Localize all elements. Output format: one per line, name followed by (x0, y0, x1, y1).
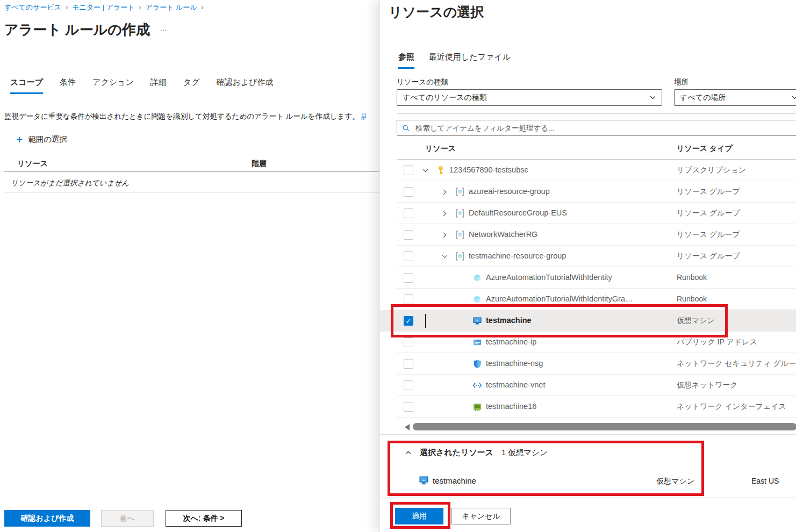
resource-tree-row[interactable]: AzureAutomationTutorialWithIdentityGra…R… (380, 289, 796, 310)
breadcrumb-separator: › (202, 4, 204, 11)
breadcrumb-link[interactable]: モニター | アラート (72, 3, 134, 12)
resource-group-icon (455, 187, 465, 197)
key-icon (436, 166, 446, 175)
resource-tree-row[interactable]: AzureAutomationTutorialWithIdentityRunbo… (380, 267, 796, 289)
wizard-tab[interactable]: 詳細 (150, 77, 167, 94)
resource-tree-row[interactable]: ✓testmachine仮想マシン (380, 310, 796, 332)
breadcrumb-link[interactable]: すべてのサービス (4, 3, 61, 12)
breadcrumb-separator: › (139, 4, 141, 11)
wizard-tab[interactable]: タグ (183, 77, 200, 94)
resource-name: testmachine16 (486, 402, 536, 411)
previous-button[interactable]: 前へ (101, 510, 154, 527)
panel-tab[interactable]: 参照 (398, 52, 414, 69)
selected-resource-type: 仮想マシン (656, 477, 694, 486)
row-checkbox[interactable] (404, 402, 413, 412)
next-condition-button[interactable]: 次へ: 条件 > (166, 510, 242, 527)
row-checkbox[interactable] (404, 294, 413, 304)
resource-group-icon (455, 209, 465, 218)
wizard-tab[interactable]: スコープ (10, 77, 43, 94)
resource-name: NetworkWatcherRG (469, 230, 537, 239)
resource-name: testmachine-resource-group (469, 251, 566, 260)
review-create-button[interactable]: 確認および作成 (4, 510, 90, 527)
runbook-icon (472, 273, 482, 283)
row-checkbox[interactable] (404, 380, 413, 390)
breadcrumb-link[interactable]: アラート ルール (146, 3, 197, 12)
breadcrumb-separator: › (66, 4, 68, 11)
chevron-down-icon (791, 94, 796, 101)
location-dropdown[interactable]: すべての場所 (674, 89, 796, 106)
resource-tree-row[interactable]: 1234567890-testsubscサブスクリプション (380, 160, 796, 181)
row-checkbox[interactable] (404, 187, 413, 197)
vm-icon (472, 316, 482, 326)
resource-tree-row[interactable]: testmachine-vnet仮想ネットワーク (380, 375, 796, 396)
chevron-down-icon[interactable] (422, 167, 429, 174)
wizard-tabs: スコープ条件アクション詳細タグ確認および作成 (10, 77, 290, 94)
learn-more-link[interactable]: 詳細情報 (361, 112, 366, 121)
resource-type-dropdown[interactable]: すべてのリソースの種類 (397, 89, 662, 106)
row-checkbox[interactable]: ✓ (404, 316, 413, 326)
plus-icon: + (16, 135, 23, 145)
wizard-tab[interactable]: アクション (92, 77, 134, 94)
left-table-header-divider (4, 171, 379, 172)
row-checkbox[interactable] (404, 251, 413, 261)
resource-tree-row[interactable]: testmachine16ネットワーク インターフェイス (380, 396, 796, 418)
row-checkbox[interactable] (404, 230, 413, 240)
resource-tree-row[interactable]: DefaultResourceGroup-EUSリソース グループ (380, 203, 796, 224)
filter-divider (397, 113, 796, 114)
row-checkbox[interactable] (404, 359, 413, 369)
chevron-right-icon[interactable] (441, 232, 448, 239)
resource-name: azureai-resource-group (469, 187, 550, 196)
search-box[interactable] (397, 120, 796, 136)
resource-group-icon (455, 251, 465, 261)
resource-tree-row[interactable]: azureai-resource-groupリソース グループ (380, 181, 796, 203)
row-checkbox[interactable] (404, 337, 413, 347)
scrollbar-left-arrow-icon[interactable] (405, 424, 410, 430)
select-scope-button[interactable]: + 範囲の選択 (16, 134, 67, 145)
chevron-right-icon[interactable] (441, 210, 448, 217)
cancel-button[interactable]: キャンセル (451, 508, 511, 524)
resource-tree: 1234567890-testsubscサブスクリプションazureai-res… (380, 160, 796, 418)
row-checkbox[interactable] (404, 273, 413, 283)
panel-column-resource-type: リソース タイプ (677, 144, 733, 154)
breadcrumb: すべてのサービス›モニター | アラート›アラート ルール› (4, 3, 208, 12)
search-input[interactable] (414, 124, 793, 133)
nic-icon (472, 402, 482, 412)
resource-type-value: すべてのリソースの種類 (403, 93, 487, 103)
row-checkbox[interactable] (404, 209, 413, 218)
select-resource-panel: リソースの選択 参照最近使用したファイル リソースの種類 場所 すべてのリソース… (379, 0, 796, 532)
panel-tab[interactable]: 最近使用したファイル (429, 52, 511, 69)
wizard-tab[interactable]: 確認および作成 (217, 77, 274, 94)
resource-tree-row[interactable]: testmachine-ipパブリック IP アドレス (380, 332, 796, 353)
location-label: 場所 (674, 77, 689, 87)
resource-name: testmachine (486, 316, 532, 325)
resource-type: サブスクリプション (677, 166, 746, 175)
panel-tabs: 参照最近使用したファイル (398, 52, 525, 69)
selected-resources-title: 選択されたリソース (420, 448, 493, 458)
selected-resource-name: testmachine (433, 476, 476, 485)
selected-resources-header[interactable]: 選択されたリソース 1 仮想マシン (405, 448, 548, 458)
panel-column-resource: リソース (425, 144, 456, 154)
resource-type: 仮想ネットワーク (677, 380, 738, 390)
chevron-up-icon[interactable] (405, 449, 412, 456)
resource-type: リソース グループ (677, 187, 740, 197)
resource-type: 仮想マシン (677, 316, 715, 326)
scrollbar-divider (380, 434, 796, 435)
panel-title: リソースの選択 (389, 3, 484, 21)
selected-resource-location: East US (751, 477, 779, 485)
azure-portal-page: すべてのサービス›モニター | アラート›アラート ルール› アラート ルールの… (0, 0, 796, 532)
chevron-right-icon[interactable] (441, 189, 448, 196)
title-menu-ellipsis[interactable]: … (160, 24, 168, 32)
selected-resources-count: 1 仮想マシン (501, 448, 548, 458)
apply-button[interactable]: 適用 (395, 508, 443, 524)
resource-tree-row[interactable]: testmachine-resource-groupリソース グループ (380, 246, 796, 267)
chevron-down-icon[interactable] (441, 253, 448, 260)
page-description: 監視データに重要な条件が検出されたときに問題を識別して対処するためのアラート ル… (4, 112, 376, 121)
resource-tree-row[interactable]: NetworkWatcherRGリソース グループ (380, 224, 796, 246)
horizontal-scrollbar[interactable] (413, 423, 796, 430)
location-value: すべての場所 (680, 93, 726, 103)
wizard-tab[interactable]: 条件 (60, 77, 76, 94)
row-checkbox[interactable] (404, 166, 413, 175)
resource-type: リソース グループ (677, 209, 740, 218)
resource-type: Runbook (677, 294, 707, 303)
resource-tree-row[interactable]: testmachine-nsgネットワーク セキュリティ グループ (380, 353, 796, 375)
